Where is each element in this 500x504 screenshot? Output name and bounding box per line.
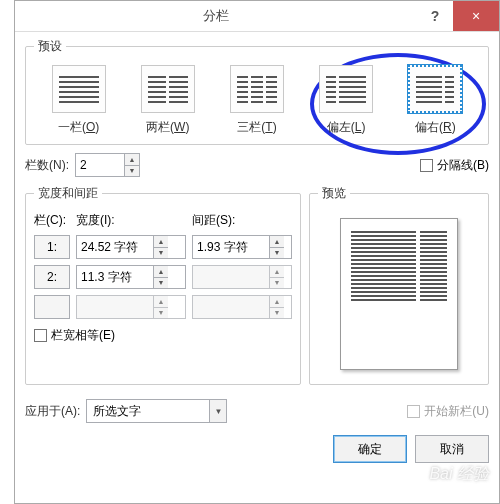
row3-width-spinner: ▲▼ bbox=[76, 295, 186, 319]
help-button[interactable]: ? bbox=[417, 1, 453, 31]
preset-right-narrow[interactable]: 偏右(R) bbox=[405, 65, 465, 136]
title-bar: 分栏 ? × bbox=[15, 1, 499, 32]
count-input[interactable] bbox=[76, 154, 124, 176]
close-button[interactable]: × bbox=[453, 1, 499, 31]
count-label: 栏数(N): bbox=[25, 157, 69, 174]
preset-three-columns[interactable]: 三栏(T) bbox=[227, 65, 287, 136]
presets-group: 预设 一栏(O) 两栏(W) bbox=[25, 38, 489, 145]
row1-width-spinner[interactable]: ▲▼ bbox=[76, 235, 186, 259]
separator-checkbox[interactable]: 分隔线(B) bbox=[420, 157, 489, 174]
checkbox-box-icon bbox=[420, 159, 433, 172]
spin-down-icon[interactable]: ▼ bbox=[125, 166, 139, 177]
dialog-title: 分栏 bbox=[15, 7, 417, 25]
spacing-header: 间距(S): bbox=[192, 212, 292, 229]
row2-width-spinner[interactable]: ▲▼ bbox=[76, 265, 186, 289]
row3-index bbox=[34, 295, 70, 319]
applyto-value[interactable] bbox=[87, 400, 209, 422]
row2-index: 2: bbox=[34, 265, 70, 289]
presets-legend: 预设 bbox=[34, 38, 66, 55]
width-header: 宽度(I): bbox=[76, 212, 186, 229]
checkbox-box-icon bbox=[407, 405, 420, 418]
cancel-button[interactable]: 取消 bbox=[415, 435, 489, 463]
equal-width-label: 栏宽相等(E) bbox=[51, 327, 115, 344]
equal-width-checkbox[interactable]: 栏宽相等(E) bbox=[34, 327, 115, 344]
preset-one-column[interactable]: 一栏(O) bbox=[49, 65, 109, 136]
applyto-label: 应用于(A): bbox=[25, 403, 80, 420]
chevron-down-icon[interactable]: ▼ bbox=[209, 400, 226, 422]
checkbox-box-icon bbox=[34, 329, 47, 342]
row1-index: 1: bbox=[34, 235, 70, 259]
width-spacing-group: 宽度和间距 栏(C): 宽度(I): 间距(S): 1: ▲▼ ▲▼ 2: ▲▼… bbox=[25, 185, 301, 385]
separator-label: 分隔线(B) bbox=[437, 157, 489, 174]
ok-button[interactable]: 确定 bbox=[333, 435, 407, 463]
count-spinner[interactable]: ▲▼ bbox=[75, 153, 140, 177]
preview-legend: 预览 bbox=[318, 185, 350, 202]
spin-up-icon[interactable]: ▲ bbox=[125, 154, 139, 166]
preset-left-narrow[interactable]: 偏左(L) bbox=[316, 65, 376, 136]
col-header: 栏(C): bbox=[34, 212, 70, 229]
preview-group: 预览 bbox=[309, 185, 489, 385]
preview-page-icon bbox=[340, 218, 458, 370]
new-column-checkbox: 开始新栏(U) bbox=[407, 403, 489, 420]
row3-spacing-spinner: ▲▼ bbox=[192, 295, 292, 319]
width-spacing-legend: 宽度和间距 bbox=[34, 185, 102, 202]
preset-two-columns[interactable]: 两栏(W) bbox=[138, 65, 198, 136]
new-column-label: 开始新栏(U) bbox=[424, 403, 489, 420]
applyto-select[interactable]: ▼ bbox=[86, 399, 227, 423]
row1-spacing-spinner[interactable]: ▲▼ bbox=[192, 235, 292, 259]
row2-spacing-spinner[interactable]: ▲▼ bbox=[192, 265, 292, 289]
columns-dialog: 分栏 ? × 预设 一栏(O) 两栏(W) bbox=[14, 0, 500, 504]
